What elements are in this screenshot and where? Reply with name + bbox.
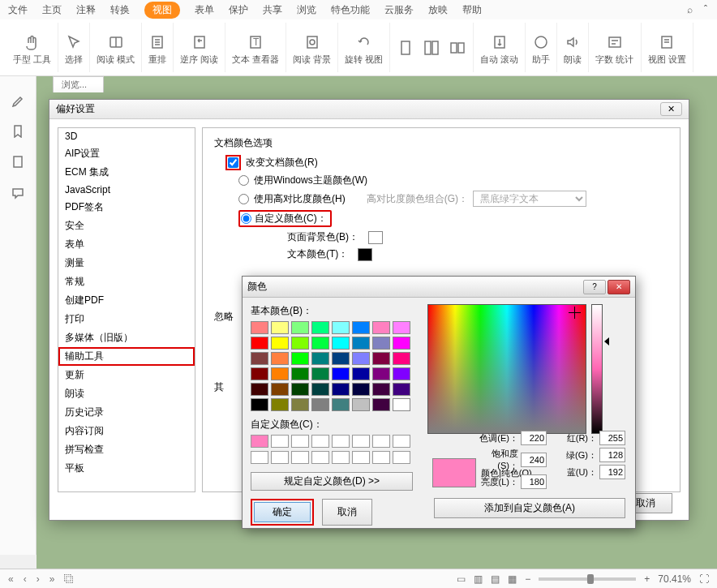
radio-windows-color[interactable] bbox=[238, 175, 249, 186]
pref-item-general[interactable]: 常规 bbox=[58, 273, 195, 291]
basic-swatch-17[interactable] bbox=[271, 352, 289, 365]
ribbon-read-bg[interactable]: 阅读 背景 bbox=[286, 23, 338, 72]
basic-swatch-18[interactable] bbox=[291, 352, 309, 365]
basic-swatch-0[interactable] bbox=[251, 321, 268, 334]
basic-swatch-16[interactable] bbox=[251, 352, 268, 365]
custom-swatch-2[interactable] bbox=[291, 435, 309, 448]
layout-facing-icon[interactable] bbox=[449, 39, 466, 57]
basic-swatch-30[interactable] bbox=[372, 367, 390, 380]
caret-up-icon[interactable]: ˆ bbox=[704, 4, 707, 15]
custom-swatch-1[interactable] bbox=[271, 435, 289, 448]
pref-item-ecm[interactable]: ECM 集成 bbox=[58, 163, 195, 182]
basic-swatch-44[interactable] bbox=[332, 398, 350, 411]
basic-swatch-33[interactable] bbox=[271, 383, 289, 396]
pref-item-pdfsign[interactable]: PDF签名 bbox=[58, 198, 195, 217]
pref-item-aip[interactable]: AIP设置 bbox=[58, 144, 195, 163]
menu-slideshow[interactable]: 放映 bbox=[428, 3, 448, 17]
menu-help[interactable]: 帮助 bbox=[462, 3, 482, 17]
nav-next-icon[interactable]: › bbox=[36, 573, 40, 585]
basic-swatch-4[interactable] bbox=[332, 321, 350, 334]
pref-item-createpdf[interactable]: 创建PDF bbox=[58, 291, 195, 310]
define-custom-button[interactable]: 规定自定义颜色(D) >> bbox=[251, 472, 413, 491]
zoom-thumb[interactable] bbox=[587, 574, 594, 584]
view-mode-2-icon[interactable]: ▥ bbox=[474, 573, 483, 585]
color-close-button[interactable]: ✕ bbox=[608, 280, 630, 294]
radio-custom-color[interactable] bbox=[241, 213, 251, 224]
custom-swatch-4[interactable] bbox=[332, 435, 350, 448]
chk-change-doc-color[interactable] bbox=[228, 157, 238, 168]
basic-swatch-12[interactable] bbox=[332, 337, 350, 350]
basic-swatch-5[interactable] bbox=[352, 321, 370, 334]
luminance-slider[interactable] bbox=[591, 304, 603, 434]
pref-item-multimedia[interactable]: 多媒体（旧版） bbox=[58, 328, 195, 347]
pref-item-security[interactable]: 安全 bbox=[58, 217, 195, 235]
pencil-icon[interactable] bbox=[11, 92, 25, 107]
basic-swatch-3[interactable] bbox=[311, 321, 329, 334]
ribbon-hand-tool[interactable]: 手型 工具 bbox=[6, 23, 58, 72]
ribbon-autoscroll[interactable]: 自动 滚动 bbox=[474, 23, 526, 72]
basic-swatch-41[interactable] bbox=[271, 398, 289, 411]
menu-convert[interactable]: 转换 bbox=[110, 3, 130, 17]
basic-swatch-1[interactable] bbox=[271, 321, 289, 334]
pref-item-js[interactable]: JavaScript bbox=[58, 182, 195, 198]
basic-swatch-35[interactable] bbox=[311, 383, 329, 396]
ribbon-select[interactable]: 选择 bbox=[58, 23, 90, 72]
pref-category-list[interactable]: 3D AIP设置 ECM 集成 JavaScript PDF签名 安全 表单 测… bbox=[58, 127, 195, 492]
nav-first-icon[interactable]: « bbox=[8, 573, 14, 585]
custom-swatch-13[interactable] bbox=[352, 451, 370, 464]
ribbon-view-settings[interactable]: 视图 设置 bbox=[642, 23, 693, 72]
basic-swatch-22[interactable] bbox=[372, 352, 390, 365]
basic-swatch-13[interactable] bbox=[352, 337, 370, 350]
basic-swatch-36[interactable] bbox=[332, 383, 350, 396]
menu-view[interactable]: 视图 bbox=[144, 2, 180, 19]
basic-swatch-42[interactable] bbox=[291, 398, 309, 411]
custom-swatch-5[interactable] bbox=[352, 435, 370, 448]
pref-item-history[interactable]: 历史记录 bbox=[58, 403, 195, 422]
nav-last-icon[interactable]: » bbox=[49, 573, 55, 585]
color-cancel-button[interactable]: 取消 bbox=[322, 499, 372, 526]
basic-swatch-26[interactable] bbox=[291, 367, 309, 380]
document-tab[interactable]: 浏览... bbox=[53, 76, 104, 92]
basic-swatch-47[interactable] bbox=[393, 398, 410, 411]
menu-browse[interactable]: 浏览 bbox=[297, 3, 316, 17]
menu-protect[interactable]: 保护 bbox=[229, 3, 248, 17]
ribbon-reflow[interactable]: 重排 bbox=[142, 23, 174, 72]
view-mode-1-icon[interactable]: ▭ bbox=[457, 573, 466, 585]
ribbon-speak[interactable]: 朗读 bbox=[557, 23, 589, 72]
basic-swatch-21[interactable] bbox=[352, 352, 370, 365]
radio-high-contrast[interactable] bbox=[238, 194, 249, 204]
basic-swatch-46[interactable] bbox=[372, 398, 390, 411]
hue-input[interactable] bbox=[521, 431, 547, 445]
ribbon-rotate-view[interactable]: 旋转 视图 bbox=[338, 23, 390, 72]
basic-swatch-32[interactable] bbox=[251, 383, 268, 396]
sat-input[interactable] bbox=[521, 453, 547, 467]
basic-swatch-45[interactable] bbox=[352, 398, 370, 411]
basic-swatch-19[interactable] bbox=[311, 352, 329, 365]
custom-swatch-0[interactable] bbox=[251, 435, 268, 448]
basic-swatch-20[interactable] bbox=[332, 352, 350, 365]
custom-swatch-7[interactable] bbox=[393, 435, 410, 448]
chat-icon[interactable] bbox=[11, 185, 25, 200]
menu-form[interactable]: 表单 bbox=[195, 3, 214, 17]
blue-input[interactable] bbox=[599, 465, 625, 479]
green-input[interactable] bbox=[599, 448, 625, 462]
nav-prev-icon[interactable]: ‹ bbox=[24, 573, 27, 585]
basic-swatch-34[interactable] bbox=[291, 383, 309, 396]
ribbon-assistant[interactable]: 助手 bbox=[526, 23, 557, 72]
basic-swatch-38[interactable] bbox=[372, 383, 390, 396]
basic-swatch-15[interactable] bbox=[393, 337, 410, 350]
custom-swatch-11[interactable] bbox=[311, 451, 329, 464]
basic-swatch-2[interactable] bbox=[291, 321, 309, 334]
basic-swatch-40[interactable] bbox=[251, 398, 268, 411]
custom-swatch-9[interactable] bbox=[271, 451, 289, 464]
basic-swatch-39[interactable] bbox=[393, 383, 410, 396]
custom-swatch-15[interactable] bbox=[393, 451, 410, 464]
basic-swatch-37[interactable] bbox=[352, 383, 370, 396]
basic-swatch-8[interactable] bbox=[251, 337, 268, 350]
menu-cloud[interactable]: 云服务 bbox=[384, 3, 414, 17]
basic-swatch-10[interactable] bbox=[291, 337, 309, 350]
basic-swatch-23[interactable] bbox=[393, 352, 410, 365]
zoom-out-icon[interactable]: − bbox=[525, 573, 530, 585]
fullscreen-icon[interactable]: ⛶ bbox=[699, 573, 709, 585]
pref-close-button[interactable]: ✕ bbox=[660, 102, 682, 116]
